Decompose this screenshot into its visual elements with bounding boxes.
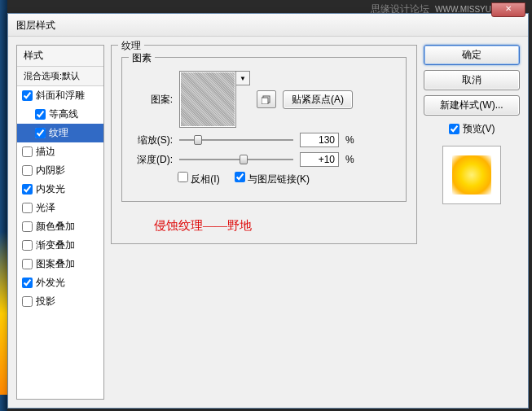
- ok-button[interactable]: 确定: [424, 45, 520, 65]
- style-label-4: 内阴影: [36, 164, 65, 177]
- style-label-6: 光泽: [36, 201, 55, 215]
- blending-options[interactable]: 混合选项:默认: [17, 67, 103, 86]
- depth-label: 深度(D):: [132, 153, 173, 167]
- style-label-2: 纹理: [49, 126, 68, 140]
- style-label-0: 斜面和浮雕: [36, 89, 85, 103]
- link-checkbox[interactable]: [235, 172, 245, 182]
- style-item-1[interactable]: 等高线: [17, 105, 103, 124]
- style-item-3[interactable]: 描边: [17, 142, 103, 161]
- style-label-7: 颜色叠加: [36, 220, 75, 234]
- style-checkbox-7[interactable]: [22, 221, 33, 232]
- style-checkbox-11[interactable]: [22, 296, 33, 307]
- style-item-10[interactable]: 外发光: [17, 273, 103, 292]
- style-label-5: 内发光: [36, 182, 65, 196]
- style-item-7[interactable]: 颜色叠加: [17, 217, 103, 236]
- style-item-4[interactable]: 内阴影: [17, 161, 103, 180]
- style-label-1: 等高线: [49, 107, 78, 121]
- invert-label: 反相(I): [191, 173, 219, 185]
- style-item-8[interactable]: 渐变叠加: [17, 236, 103, 255]
- texture-fieldset: 纹理 图素 图案: ▼ 贴紧原点(A): [111, 45, 417, 244]
- titlebar[interactable]: 图层样式 ✕: [8, 14, 528, 37]
- new-preset-icon: [262, 94, 271, 104]
- close-button[interactable]: ✕: [491, 2, 525, 17]
- preview-label: 预览(V): [463, 122, 495, 136]
- depth-input[interactable]: [300, 152, 339, 167]
- style-label-10: 外发光: [36, 276, 65, 290]
- style-item-5[interactable]: 内发光: [17, 180, 103, 199]
- texture-settings-panel: 纹理 图素 图案: ▼ 贴紧原点(A): [111, 45, 417, 400]
- invert-checkbox[interactable]: [178, 172, 188, 182]
- style-checkbox-2[interactable]: [35, 128, 46, 138]
- right-button-panel: 确定 取消 新建样式(W)... 预览(V): [424, 45, 520, 400]
- layer-style-dialog: 图层样式 ✕ 样式 混合选项:默认 斜面和浮雕等高线纹理描边内阴影内发光光泽颜色…: [7, 13, 529, 409]
- new-preset-button[interactable]: [257, 90, 276, 108]
- preview-checkbox[interactable]: [449, 124, 459, 134]
- style-item-11[interactable]: 投影: [17, 292, 103, 311]
- style-checkbox-8[interactable]: [22, 240, 33, 251]
- element-fieldset: 图素 图案: ▼ 贴紧原点(A) 缩放(S):: [121, 57, 407, 202]
- style-item-6[interactable]: 光泽: [17, 199, 103, 217]
- style-item-0[interactable]: 斜面和浮雕: [17, 86, 103, 105]
- depth-slider[interactable]: [179, 153, 293, 166]
- taskbar-glow: [0, 232, 7, 395]
- pattern-label: 图案:: [132, 93, 173, 107]
- style-label-9: 图案叠加: [36, 257, 75, 271]
- style-checkbox-3[interactable]: [22, 146, 33, 157]
- scale-label: 缩放(S):: [132, 133, 173, 147]
- scale-slider[interactable]: [179, 133, 293, 146]
- link-option[interactable]: 与图层链接(K): [235, 172, 310, 186]
- cancel-button[interactable]: 取消: [424, 70, 520, 90]
- pattern-dropdown[interactable]: ▼: [235, 71, 250, 85]
- style-item-9[interactable]: 图案叠加: [17, 255, 103, 273]
- depth-unit: %: [345, 154, 354, 165]
- link-label: 与图层链接(K): [248, 173, 310, 185]
- style-label-3: 描边: [36, 145, 55, 159]
- pattern-swatch[interactable]: [179, 71, 236, 128]
- styles-list: 斜面和浮雕等高线纹理描边内阴影内发光光泽颜色叠加渐变叠加图案叠加外发光投影: [17, 86, 103, 311]
- dialog-title: 图层样式: [16, 20, 55, 31]
- scale-input[interactable]: [300, 133, 339, 147]
- annotation-text: 侵蚀纹理——野地: [154, 218, 407, 234]
- style-checkbox-1[interactable]: [35, 109, 46, 120]
- styles-header[interactable]: 样式: [17, 46, 103, 67]
- preview-swatch: [452, 155, 491, 195]
- style-checkbox-10[interactable]: [22, 278, 33, 288]
- snap-origin-button[interactable]: 贴紧原点(A): [283, 90, 353, 109]
- scale-unit: %: [345, 134, 354, 146]
- style-checkbox-0[interactable]: [22, 90, 33, 101]
- element-label: 图素: [129, 51, 155, 65]
- style-checkbox-6[interactable]: [22, 203, 33, 213]
- style-checkbox-9[interactable]: [22, 259, 33, 269]
- styles-list-panel: 样式 混合选项:默认 斜面和浮雕等高线纹理描边内阴影内发光光泽颜色叠加渐变叠加图…: [16, 45, 104, 400]
- style-label-11: 投影: [36, 295, 55, 308]
- new-style-button[interactable]: 新建样式(W)...: [424, 95, 520, 116]
- style-checkbox-4[interactable]: [22, 165, 33, 176]
- style-label-8: 渐变叠加: [36, 238, 75, 252]
- style-checkbox-5[interactable]: [22, 184, 33, 195]
- svg-rect-1: [262, 98, 268, 104]
- style-item-2[interactable]: 纹理: [17, 124, 103, 142]
- preview-box: [442, 146, 501, 204]
- preview-option[interactable]: 预览(V): [424, 122, 520, 136]
- taskbar-edge: [0, 0, 7, 411]
- invert-option[interactable]: 反相(I): [178, 172, 220, 186]
